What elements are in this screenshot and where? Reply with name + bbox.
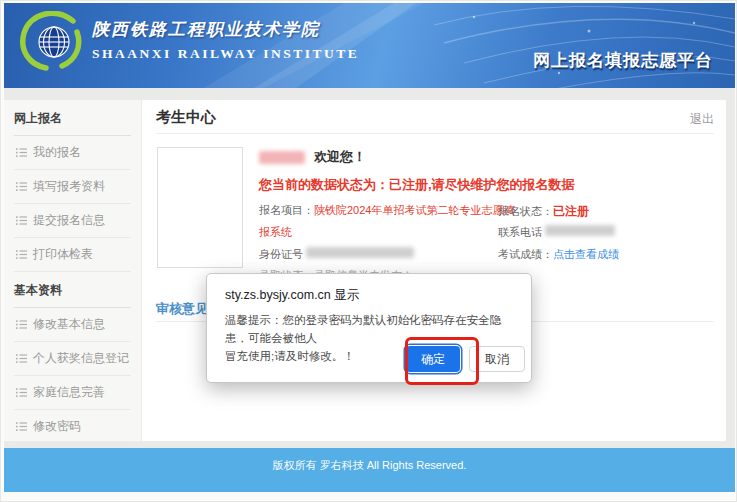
registration-portal-page: 陕西铁路工程职业技术学院 SHAANXI RAILWAY INSTITUTE 网… xyxy=(0,0,737,502)
sidebar-item-edit-basic-info[interactable]: 修改基本信息 xyxy=(14,308,131,342)
sidebar-item-label: 提交报名信息 xyxy=(33,212,105,229)
list-icon xyxy=(16,422,27,431)
sidebar-section-online-registration: 网上报名 xyxy=(14,110,131,136)
id-label: 身份证号 xyxy=(259,248,303,260)
reg-status-label: 报名状态： xyxy=(498,205,553,217)
exam-score: 考试成绩：点击查看成绩 xyxy=(498,247,619,262)
sidebar-item-my-registration[interactable]: 我的报名 xyxy=(14,136,131,170)
sidebar-item-label: 个人获奖信息登记 xyxy=(33,350,129,367)
candidate-photo-placeholder xyxy=(157,147,243,268)
school-name-en: SHAANXI RAILWAY INSTITUTE xyxy=(92,46,359,62)
project-value-wrap: 报系统 xyxy=(259,226,292,238)
logout-link[interactable]: 退出 xyxy=(690,111,714,128)
registration-status: 报名状态：已注册 xyxy=(498,203,589,220)
masked-candidate-name xyxy=(259,151,305,164)
reg-status-value: 已注册 xyxy=(553,204,589,218)
browser-alert-dialog: sty.zs.bysjy.com.cn 显示 温馨提示：您的登录密码为默认初始化… xyxy=(206,273,532,383)
info-row-phone: 报系统 联系电话 xyxy=(259,225,292,240)
list-icon xyxy=(16,182,27,191)
sidebar-item-change-password[interactable]: 修改密码 xyxy=(14,410,131,444)
score-label: 考试成绩： xyxy=(498,248,553,260)
masked-id-number xyxy=(306,247,414,258)
sidebar: 网上报名 我的报名 填写报考资料 提交报名信息 打印体检表 基本资料 修改基本信… xyxy=(4,100,141,441)
sidebar-item-family-info[interactable]: 家庭信息完善 xyxy=(14,376,131,410)
sidebar-item-print-physical-form[interactable]: 打印体检表 xyxy=(14,238,131,272)
list-icon xyxy=(16,354,27,363)
list-icon xyxy=(16,320,27,329)
info-row-id-score: 身份证号 考试成绩：点击查看成绩 xyxy=(259,247,414,262)
data-status-notice: 您当前的数据状态为：已注册,请尽快维护您的报名数据 xyxy=(259,176,575,194)
school-name-cn: 陕西铁路工程职业技术学院 xyxy=(92,18,359,41)
sidebar-item-fill-application[interactable]: 填写报考资料 xyxy=(14,170,131,204)
sidebar-item-label: 家庭信息完善 xyxy=(33,384,105,401)
list-icon xyxy=(16,250,27,259)
header-banner: 陕西铁路工程职业技术学院 SHAANXI RAILWAY INSTITUTE 网… xyxy=(4,3,735,88)
dialog-button-row: 确定 取消 xyxy=(406,346,525,372)
sidebar-item-submit-registration[interactable]: 提交报名信息 xyxy=(14,204,131,238)
view-score-link[interactable]: 点击查看成绩 xyxy=(553,248,619,260)
project-label: 报名项目： xyxy=(259,204,314,216)
list-icon xyxy=(16,388,27,397)
list-icon xyxy=(16,216,27,225)
sidebar-item-label: 修改基本信息 xyxy=(33,316,105,333)
dialog-origin-title: sty.zs.bysjy.com.cn 显示 xyxy=(225,287,359,304)
welcome-text: 欢迎您！ xyxy=(314,148,366,166)
confirm-button[interactable]: 确定 xyxy=(406,346,460,372)
sidebar-item-label: 修改密码 xyxy=(33,418,81,435)
sidebar-item-awards-registration[interactable]: 个人获奖信息登记 xyxy=(14,342,131,376)
sidebar-section-basic-info: 基本资料 xyxy=(14,282,131,308)
sidebar-item-label: 打印体检表 xyxy=(33,246,93,263)
contact-phone: 联系电话 xyxy=(498,225,615,240)
welcome-row: 欢迎您！ xyxy=(259,148,366,166)
school-logo-icon xyxy=(18,11,84,73)
page-title: 考生中心 xyxy=(156,108,216,127)
sidebar-item-label: 我的报名 xyxy=(33,144,81,161)
sidebar-item-label: 填写报考资料 xyxy=(33,178,105,195)
project-value: 陕铁院2024年单招考试第二轮专业志愿填 xyxy=(314,204,514,216)
dialog-message-line1: 温馨提示：您的登录密码为默认初始化密码存在安全隐患，可能会被他人 xyxy=(225,311,515,347)
footer-bar: 版权所有 罗右科技 All Rights Reserved. xyxy=(4,448,735,492)
school-name-block: 陕西铁路工程职业技术学院 SHAANXI RAILWAY INSTITUTE xyxy=(92,18,359,62)
review-section-title: 审核意见 xyxy=(156,300,208,318)
phone-label: 联系电话 xyxy=(498,226,542,238)
info-row-project: 报名项目：陕铁院2024年单招考试第二轮专业志愿填 报名状态：已注册 xyxy=(259,203,514,218)
copyright-text: 版权所有 罗右科技 All Rights Reserved. xyxy=(273,459,467,471)
platform-title: 网上报名填报志愿平台 xyxy=(533,49,713,72)
cancel-button[interactable]: 取消 xyxy=(469,346,525,372)
masked-phone-number xyxy=(545,225,615,236)
list-icon xyxy=(16,148,27,157)
candidate-center-panel: 考生中心 退出 欢迎您！ 您当前的数据状态为：已注册,请尽快维护您的报名数据 报… xyxy=(142,100,726,441)
title-divider xyxy=(156,133,714,134)
